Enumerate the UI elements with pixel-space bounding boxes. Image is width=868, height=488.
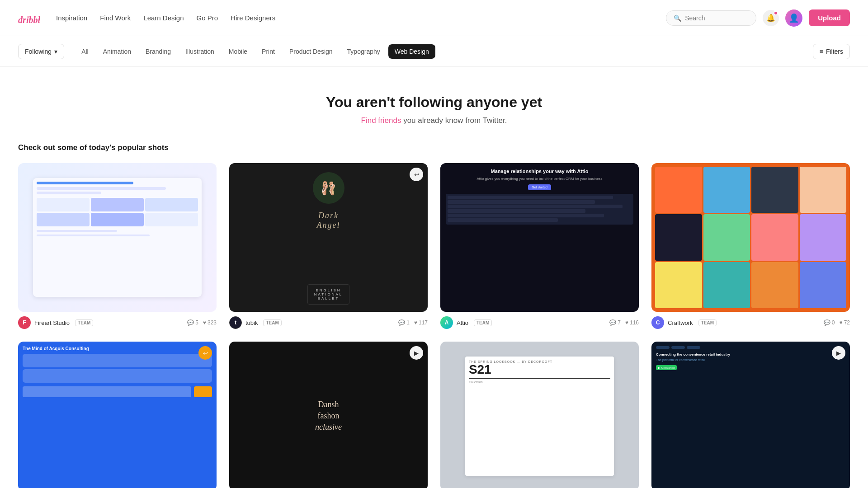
shot-card-7[interactable]: THE SPRING LOOKBOOK — BY DECOROOFT S21 C… bbox=[440, 342, 639, 488]
popular-title: Check out some of today's popular shots bbox=[18, 143, 850, 152]
author-badge-3: TEAM bbox=[474, 319, 492, 326]
heart-icon: ♥ bbox=[203, 319, 206, 326]
shot-card-4[interactable]: C Craftwork TEAM 💬 0 ♥ 72 bbox=[651, 163, 850, 329]
comments-stat-4: 💬 0 bbox=[824, 319, 835, 326]
shot-thumb-3: Manage relationships your way with Attio… bbox=[440, 163, 639, 312]
likes-stat-1: ♥ 323 bbox=[203, 319, 217, 326]
brainly-title: Connecting the convenience retail indust… bbox=[656, 352, 845, 357]
shot-stats-2: 💬 1 ♥ 117 bbox=[398, 319, 428, 326]
brainly-subtitle: The platform for convenience retail bbox=[656, 358, 845, 361]
shot-stats-1: 💬 5 ♥ 323 bbox=[187, 319, 217, 326]
attio-cta: Get started bbox=[528, 184, 551, 190]
header-right: 🔍 🔔 👤 Upload bbox=[666, 9, 850, 27]
avatar-image: 👤 bbox=[789, 13, 799, 23]
shot-thumb-4 bbox=[651, 163, 850, 312]
likes-stat-4: ♥ 72 bbox=[840, 319, 850, 326]
dark-angel-text: DarkAngel bbox=[317, 211, 340, 230]
likes-stat-3: ♥ 116 bbox=[625, 319, 639, 326]
category-bar: Following ▾ All Animation Branding Illus… bbox=[0, 36, 868, 67]
author-badge-1: TEAM bbox=[75, 319, 93, 326]
nav-hire-designers[interactable]: Hire Designers bbox=[231, 14, 275, 22]
notification-badge bbox=[774, 11, 778, 15]
header: dribbble Inspiration Find Work Learn Des… bbox=[0, 0, 868, 36]
comments-stat-3: 💬 7 bbox=[609, 319, 621, 326]
filters-button[interactable]: ≡ Filters bbox=[813, 44, 850, 59]
rebound-icon: ↩ bbox=[410, 168, 423, 181]
notifications-button[interactable]: 🔔 bbox=[763, 10, 779, 26]
tab-all[interactable]: All bbox=[75, 44, 95, 59]
shot-thumb-5: The Mind of Acquis Consulting ↩ bbox=[18, 342, 217, 488]
tab-typography[interactable]: Typography bbox=[341, 44, 387, 59]
shot-card-5[interactable]: The Mind of Acquis Consulting ↩ A Acquis… bbox=[18, 342, 217, 488]
shot-card-8[interactable]: Connecting the convenience retail indust… bbox=[651, 342, 850, 488]
author-badge-4: TEAM bbox=[698, 319, 717, 326]
shot-author-1: F Fireart Studio TEAM bbox=[18, 316, 93, 329]
shots-grid: F Fireart Studio TEAM 💬 5 ♥ 323 bbox=[18, 163, 850, 488]
filters-label: Filters bbox=[826, 48, 843, 55]
category-left: Following ▾ All Animation Branding Illus… bbox=[18, 44, 435, 59]
shot-card-6[interactable]: Danshfashonnclusive ▶ D Danish Fashion ♥… bbox=[229, 342, 428, 488]
chevron-down-icon: ▾ bbox=[54, 48, 57, 55]
attio-sub: Attio gives you everything you need to b… bbox=[446, 177, 633, 181]
shot-thumb-6: Danshfashonnclusive ▶ bbox=[229, 342, 428, 488]
search-icon: 🔍 bbox=[674, 14, 681, 22]
nav-learn-design[interactable]: Learn Design bbox=[143, 14, 184, 22]
shot-thumb-7: THE SPRING LOOKBOOK — BY DECOROOFT S21 C… bbox=[440, 342, 639, 488]
tab-animation[interactable]: Animation bbox=[97, 44, 137, 59]
nav-go-pro[interactable]: Go Pro bbox=[197, 14, 218, 22]
shot-meta-1: F Fireart Studio TEAM 💬 5 ♥ 323 bbox=[18, 312, 217, 329]
shot-meta-4: C Craftwork TEAM 💬 0 ♥ 72 bbox=[651, 312, 850, 329]
shot-card-3[interactable]: Manage relationships your way with Attio… bbox=[440, 163, 639, 329]
empty-state-suffix: you already know from Twitter. bbox=[401, 116, 507, 125]
empty-state-description: Find friends you already know from Twitt… bbox=[9, 116, 859, 125]
shot-author-2: t tubik TEAM bbox=[229, 316, 282, 329]
author-avatar-3: A bbox=[440, 316, 453, 329]
author-avatar-1: F bbox=[18, 316, 31, 329]
author-name-3: Attio bbox=[457, 319, 468, 326]
comment-icon: 💬 bbox=[187, 319, 194, 326]
tab-web-design[interactable]: Web Design bbox=[388, 44, 435, 59]
comments-stat-1: 💬 5 bbox=[187, 319, 198, 326]
tab-product-design[interactable]: Product Design bbox=[283, 44, 339, 59]
svg-text:dribbble: dribbble bbox=[18, 14, 40, 24]
lookbook-big: S21 bbox=[469, 363, 610, 376]
tab-branding[interactable]: Branding bbox=[139, 44, 177, 59]
shot-thumb-8: Connecting the convenience retail indust… bbox=[651, 342, 850, 488]
likes-stat-2: ♥ 117 bbox=[414, 319, 428, 326]
tab-print[interactable]: Print bbox=[255, 44, 281, 59]
shot-stats-4: 💬 0 ♥ 72 bbox=[824, 319, 850, 326]
tab-mobile[interactable]: Mobile bbox=[222, 44, 254, 59]
shot-author-4: C Craftwork TEAM bbox=[651, 316, 717, 329]
author-name-1: Fireart Studio bbox=[34, 319, 70, 326]
avatar[interactable]: 👤 bbox=[785, 9, 802, 27]
search-box[interactable]: 🔍 bbox=[666, 10, 756, 26]
author-badge-2: TEAM bbox=[263, 319, 281, 326]
following-dropdown[interactable]: Following ▾ bbox=[18, 44, 64, 59]
comment-count-1: 5 bbox=[195, 319, 198, 326]
danish-text: Danshfashonnclusive bbox=[315, 399, 342, 433]
shot-meta-3: A Attio TEAM 💬 7 ♥ 116 bbox=[440, 312, 639, 329]
find-friends-link[interactable]: Find friends bbox=[361, 116, 401, 125]
upload-button[interactable]: Upload bbox=[809, 9, 850, 26]
logo[interactable]: dribbble bbox=[18, 10, 40, 26]
shot-card-1[interactable]: F Fireart Studio TEAM 💬 5 ♥ 323 bbox=[18, 163, 217, 329]
search-input[interactable] bbox=[685, 14, 749, 22]
author-name-4: Craftwork bbox=[668, 319, 693, 326]
following-label: Following bbox=[25, 48, 52, 55]
nav-find-work[interactable]: Find Work bbox=[100, 14, 131, 22]
author-avatar-4: C bbox=[651, 316, 664, 329]
shot-card-2[interactable]: 🩰 DarkAngel EnglishNationalBallet ↩ bbox=[229, 163, 428, 329]
author-avatar-2: t bbox=[229, 316, 242, 329]
main-nav: Inspiration Find Work Learn Design Go Pr… bbox=[56, 14, 275, 22]
brainly-badge: ▶ Get started bbox=[656, 365, 677, 370]
shot-thumb-1 bbox=[18, 163, 217, 312]
acquis-title: The Mind of Acquis Consulting bbox=[23, 346, 212, 351]
tab-illustration[interactable]: Illustration bbox=[179, 44, 221, 59]
shot-author-3: A Attio TEAM bbox=[440, 316, 492, 329]
empty-state: You aren't following anyone yet Find fri… bbox=[0, 67, 868, 143]
nav-inspiration[interactable]: Inspiration bbox=[56, 14, 87, 22]
author-name-2: tubik bbox=[245, 319, 258, 326]
likes-count-1: 323 bbox=[208, 319, 217, 326]
empty-state-title: You aren't following anyone yet bbox=[9, 94, 859, 111]
shot-meta-2: t tubik TEAM 💬 1 ♥ 117 bbox=[229, 312, 428, 329]
